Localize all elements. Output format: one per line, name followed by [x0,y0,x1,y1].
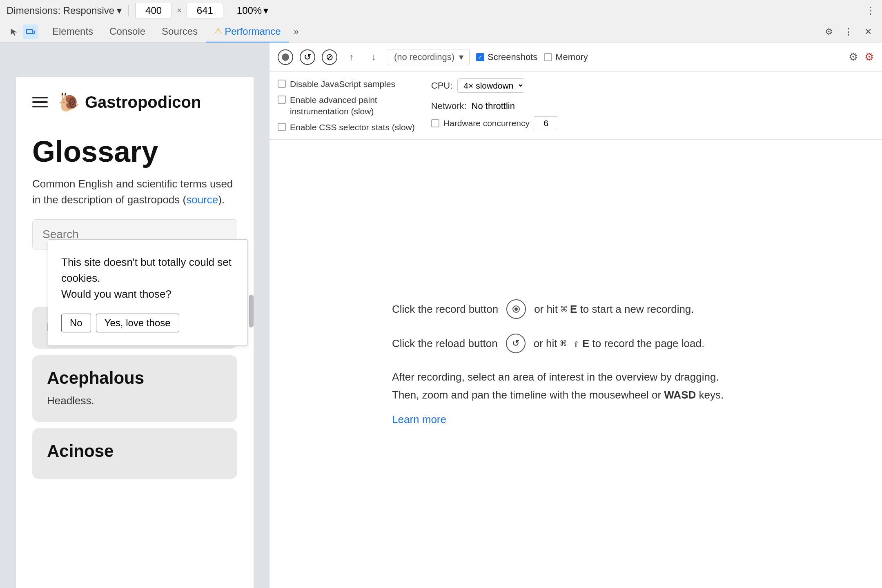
top-toolbar: Dimensions: Responsive ▾ × 100% ▾ ⋮ [0,0,882,21]
record-dot-icon [282,53,289,61]
learn-more-link[interactable]: Learn more [392,413,446,425]
inline-reload-icon: ↺ [506,334,526,353]
cookie-no-button[interactable]: No [61,314,91,332]
network-row: Network: No throttlin [431,101,558,111]
settings-icon[interactable]: ⚙ [822,24,836,39]
tab-elements[interactable]: Elements [44,21,101,42]
width-input[interactable] [135,3,172,18]
responsive-mode-icon[interactable] [23,24,38,39]
enable-css-label: Enable CSS selector stats (slow) [290,122,415,133]
dimension-x-label: × [177,6,182,15]
performance-note: After recording, select an area of inter… [392,368,760,404]
reload-instruction-prefix: Click the reload button [392,334,498,352]
recordings-dropdown[interactable]: (no recordings) ▾ [388,49,470,65]
memory-label: Memory [555,52,588,62]
devtools-right-icons: ⚙ ⋮ ✕ [822,24,875,39]
disable-js-samples-checkbox[interactable] [278,80,286,88]
website-frame: 🐌 Gastropodicon Glossary Common English … [16,77,254,588]
settings-button[interactable]: ⚙ [849,51,858,63]
network-value: No throttlin [472,101,515,111]
hw-concurrency-checkbox[interactable] [431,119,439,127]
chevron-down-icon[interactable]: ▾ [117,5,122,16]
download-button[interactable]: ↓ [366,49,381,65]
reload-button[interactable]: ↺ [300,49,315,65]
stop-icon: ⊘ [326,52,333,62]
performance-settings-row: Disable JavaScript samples Enable advanc… [270,72,882,140]
cookie-text: This site doesn't but totally could set … [61,254,234,302]
close-devtools-button[interactable]: ✕ [861,24,875,39]
hw-concurrency-label: Hardware concurrency [443,118,530,128]
enable-paint-checkbox[interactable] [278,96,286,104]
cpu-select[interactable]: 4× slowdown 6× slowdown No throttling [457,78,524,93]
memory-checkbox-group: Memory [544,52,588,62]
upload-button[interactable]: ↑ [344,49,359,65]
card-acephalous: Acephalous Headless. [32,355,237,422]
devtools-tabs: Elements Console Sources ⚠ Performance » [44,21,822,42]
more-options-icon[interactable]: ⋮ [841,24,856,39]
toolbar-more-button[interactable]: ⋮ [866,5,875,16]
card-acinose: Acinose [32,428,237,479]
upload-icon: ↑ [350,52,354,62]
enable-css-checkbox[interactable] [278,123,286,131]
dropdown-chevron-icon: ▾ [459,52,463,62]
site-header: 🐌 Gastropodicon [16,77,254,127]
main-layout: 🐌 Gastropodicon Glossary Common English … [0,42,882,588]
tab-console[interactable]: Console [101,21,154,42]
tab-sources[interactable]: Sources [154,21,206,42]
disable-js-samples-item: Disable JavaScript samples [278,78,415,89]
red-settings-button[interactable]: ⚙ [864,51,874,63]
reload-instruction-row: Click the reload button ↺ or hit ⌘ ⇧ E t… [392,334,760,353]
card-title-acinose: Acinose [47,441,223,461]
tab-performance[interactable]: ⚠ Performance [206,21,289,42]
screenshots-checkbox[interactable]: ✓ [476,53,484,61]
checkmark-icon: ✓ [478,54,483,60]
scrollbar[interactable] [249,295,254,327]
snail-icon: 🐌 [58,91,80,113]
record-button[interactable] [278,49,293,65]
tab-more-button[interactable]: » [289,21,304,42]
record-instruction-prefix: Click the record button [392,300,498,318]
card-title-acephalous: Acephalous [47,368,223,388]
svg-rect-0 [27,29,32,33]
separator [128,5,129,16]
stop-button[interactable]: ⊘ [322,49,337,65]
enable-paint-label: Enable advanced paintinstrumentation (sl… [290,94,377,117]
settings-column-right: CPU: 4× slowdown 6× slowdown No throttli… [431,78,558,130]
cpu-label: CPU: [431,80,453,91]
page-description: Common English and scientific terms used… [32,176,237,208]
screenshots-label: Screenshots [488,52,537,62]
website-panel: 🐌 Gastropodicon Glossary Common English … [0,42,270,588]
separator-2 [230,5,230,16]
zoom-control[interactable]: 100% ▾ [237,5,268,16]
hamburger-menu-icon[interactable] [32,97,48,107]
hw-concurrency-input[interactable] [534,116,558,130]
zoom-chevron-icon: ▾ [263,5,268,16]
download-icon: ↓ [372,52,376,62]
height-input[interactable] [187,3,223,18]
inspect-element-icon[interactable] [7,24,21,39]
settings-column-left: Disable JavaScript samples Enable advanc… [278,78,415,133]
cookie-yes-button[interactable]: Yes, love those [96,314,179,332]
site-logo: 🐌 Gastropodicon [58,91,201,113]
reload-icon: ↺ [304,52,311,62]
inline-record-icon [506,299,526,319]
cookie-buttons: No Yes, love those [61,314,234,332]
memory-checkbox[interactable] [544,53,552,61]
source-link[interactable]: source [186,194,218,206]
inspector-icon-group [7,24,38,39]
hw-concurrency-row: Hardware concurrency [431,116,558,130]
cpu-row: CPU: 4× slowdown 6× slowdown No throttli… [431,78,558,93]
performance-warning-icon: ⚠ [214,26,222,37]
card-text-acephalous: Headless. [47,393,223,409]
performance-controls-row: ↺ ⊘ ↑ ↓ (no recordings) ▾ ✓ Screenshots [270,42,882,72]
svg-rect-1 [32,31,34,33]
cookie-banner: This site doesn't but totally could set … [48,239,248,346]
performance-empty-state: Click the record button or hit ⌘ E to st… [270,140,882,588]
page-title: Glossary [32,136,237,168]
network-label: Network: [431,101,467,111]
record-instruction-row: Click the record button or hit ⌘ E to st… [392,299,760,319]
performance-instructions: Click the record button or hit ⌘ E to st… [392,299,760,429]
disable-js-samples-label: Disable JavaScript samples [290,78,395,89]
site-content: Glossary Common English and scientific t… [16,127,254,249]
screenshots-checkbox-group: ✓ Screenshots [476,52,537,62]
